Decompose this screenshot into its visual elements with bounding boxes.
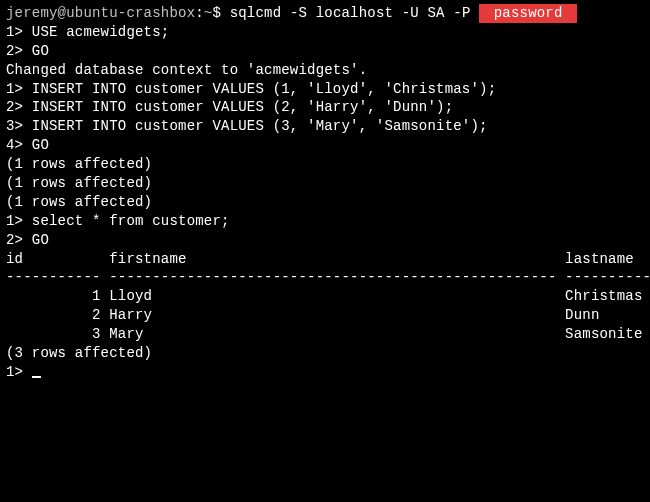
sql-prompt[interactable]: 1> (6, 363, 644, 382)
table-row: 2 Harry Dunn (6, 306, 644, 325)
table-row: 1 Lloyd Christmas (6, 287, 644, 306)
rows-affected: (1 rows affected) (6, 193, 644, 212)
table-row: 3 Mary Samsonite (6, 325, 644, 344)
prompt-text: 1> (6, 364, 32, 380)
shell-prompt-line: jeremy@ubuntu-crashbox:~$ sqlcmd -S loca… (6, 4, 644, 23)
sql-line: 1> select * from customer; (6, 212, 644, 231)
sql-line: 1> INSERT INTO customer VALUES (1, 'Lloy… (6, 80, 644, 99)
sql-line: 2> GO (6, 42, 644, 61)
user-host: jeremy@ubuntu-crashbox (6, 5, 195, 21)
sql-line: 2> GO (6, 231, 644, 250)
sql-line: 2> INSERT INTO customer VALUES (2, 'Harr… (6, 98, 644, 117)
terminal[interactable]: jeremy@ubuntu-crashbox:~$ sqlcmd -S loca… (0, 0, 650, 386)
output-line: Changed database context to 'acmewidgets… (6, 61, 644, 80)
sql-line: 3> INSERT INTO customer VALUES (3, 'Mary… (6, 117, 644, 136)
path-delim: : (195, 5, 204, 21)
command-text: sqlcmd -S localhost -U SA -P (230, 5, 479, 21)
cursor-icon (32, 376, 41, 378)
rows-affected: (3 rows affected) (6, 344, 644, 363)
sql-line: 1> USE acmewidgets; (6, 23, 644, 42)
rows-affected: (1 rows affected) (6, 174, 644, 193)
rows-affected: (1 rows affected) (6, 155, 644, 174)
sql-line: 4> GO (6, 136, 644, 155)
redacted-password: password (479, 4, 577, 23)
prompt-char: $ (212, 5, 221, 21)
table-divider: ----------- ----------------------------… (6, 268, 644, 287)
table-header: id firstname lastname (6, 250, 644, 269)
